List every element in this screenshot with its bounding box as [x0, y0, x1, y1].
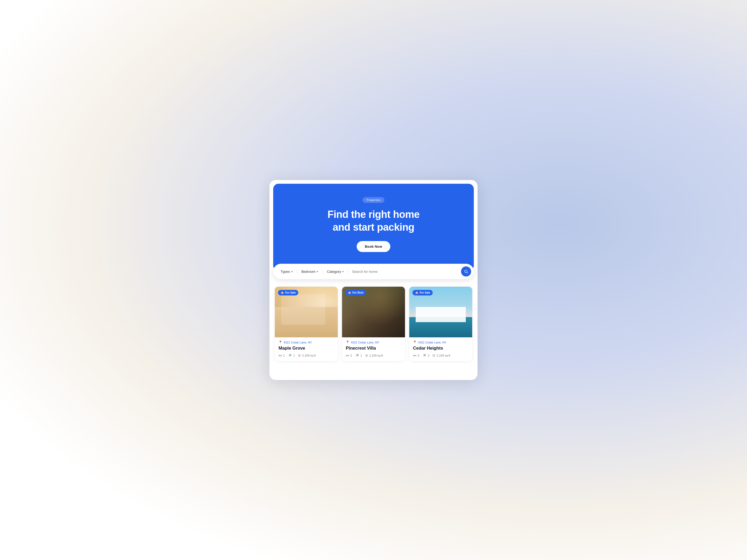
bedroom-chevron-icon: ▾: [317, 270, 318, 273]
card-title-3: Cedar Heights: [413, 346, 468, 351]
category-filter-button[interactable]: Category ▾: [324, 268, 346, 275]
divider-1: [297, 269, 297, 274]
search-input-area: [350, 270, 460, 274]
hero-title: Find the right home and start packing: [284, 208, 463, 234]
types-chevron-icon: ▾: [291, 270, 293, 273]
card-content-2: 📍 4321 Cedar Lane, NY Pinecrest Villa 🛏 …: [342, 337, 405, 361]
card-title-1: Maple Grove: [279, 346, 334, 351]
search-icon: [464, 269, 468, 274]
category-chevron-icon: ▾: [342, 270, 344, 273]
baths-stat-1: 🚿 1: [288, 354, 295, 357]
app-card: Properties Find the right home and start…: [269, 180, 478, 380]
sqft-icon-1: ⊞: [298, 354, 301, 357]
svg-line-1: [467, 272, 468, 273]
book-now-button[interactable]: Book Now: [357, 241, 390, 252]
bed-icon-1: 🛏: [279, 354, 282, 357]
card-stats-1: 🛏 1 🚿 1 ⊞ 2,109 sq.ft: [279, 354, 334, 357]
card-location-2: 📍 4321 Cedar Lane, NY: [346, 341, 401, 344]
property-card-3[interactable]: 🏠 For Sale 📍 4321 Cedar Lane, NY Cedar H…: [409, 287, 472, 361]
property-cards-section: 🏠 For Sale 📍 4321 Cedar Lane, NY Maple G…: [269, 279, 478, 369]
sqft-stat-3: ⊞ 2,109 sq.ft: [433, 354, 450, 357]
pin-icon-1: 📍: [279, 341, 282, 344]
beds-stat-3: 🛏 3: [413, 354, 419, 357]
hero-badge: Properties: [363, 197, 384, 203]
card-image-maple: 🏠 For Sale: [275, 287, 338, 337]
bed-icon-2: 🛏: [346, 354, 349, 357]
sqft-icon-3: ⊞: [433, 354, 435, 357]
hero-section: Properties Find the right home and start…: [273, 184, 474, 271]
bath-icon-1: 🚿: [288, 354, 292, 357]
divider-3: [348, 269, 348, 274]
house-icon-3: 🏠: [415, 291, 418, 294]
card-content-1: 📍 4321 Cedar Lane, NY Maple Grove 🛏 1 🚿 …: [275, 337, 338, 361]
property-card-2[interactable]: 🏠 For Rent 📍 4321 Cedar Lane, NY Pinecre…: [342, 287, 405, 361]
card-stats-2: 🛏 2 🚿 1 ⊞ 2,109 sq.ft: [346, 354, 401, 357]
for-sale-badge-1: 🏠 For Sale: [278, 290, 298, 295]
pin-icon-3: 📍: [413, 341, 417, 344]
card-image-cedar: 🏠 For Sale: [409, 287, 472, 337]
beds-stat-2: 🛏 2: [346, 354, 352, 357]
card-content-3: 📍 4321 Cedar Lane, NY Cedar Heights 🛏 3 …: [409, 337, 472, 361]
sqft-icon-2: ⊞: [365, 354, 368, 357]
divider-2: [322, 269, 323, 274]
bath-icon-3: 🚿: [422, 354, 426, 357]
card-stats-3: 🛏 3 🚿 2 ⊞ 2,109 sq.ft: [413, 354, 468, 357]
property-card-1[interactable]: 🏠 For Sale 📍 4321 Cedar Lane, NY Maple G…: [275, 287, 338, 361]
sqft-stat-2: ⊞ 2,109 sq.ft: [365, 354, 383, 357]
card-location-1: 📍 4321 Cedar Lane, NY: [279, 341, 334, 344]
bath-icon-2: 🚿: [355, 354, 359, 357]
baths-stat-3: 🚿 2: [422, 354, 429, 357]
types-filter-button[interactable]: Types ▾: [278, 268, 295, 275]
bedroom-filter-button[interactable]: Bedroom ▾: [299, 268, 321, 275]
card-title-2: Pinecrest Villa: [346, 346, 401, 351]
house-icon-2: 🏠: [348, 291, 351, 294]
card-image-pinecrest: 🏠 For Rent: [342, 287, 405, 337]
for-sale-badge-3: 🏠 For Sale: [412, 290, 433, 295]
card-location-3: 📍 4321 Cedar Lane, NY: [413, 341, 468, 344]
baths-stat-2: 🚿 1: [355, 354, 362, 357]
pin-icon-2: 📍: [346, 341, 350, 344]
for-rent-badge-2: 🏠 For Rent: [345, 290, 366, 295]
beds-stat-1: 🛏 1: [279, 354, 285, 357]
house-icon-1: 🏠: [281, 291, 284, 294]
search-bar-wrapper: Types ▾ Bedroom ▾ Category ▾: [269, 264, 478, 279]
search-submit-button[interactable]: [461, 266, 471, 276]
search-input[interactable]: [352, 270, 458, 274]
bed-icon-3: 🛏: [413, 354, 416, 357]
search-bar: Types ▾ Bedroom ▾ Category ▾: [273, 264, 474, 279]
sqft-stat-1: ⊞ 2,109 sq.ft: [298, 354, 316, 357]
